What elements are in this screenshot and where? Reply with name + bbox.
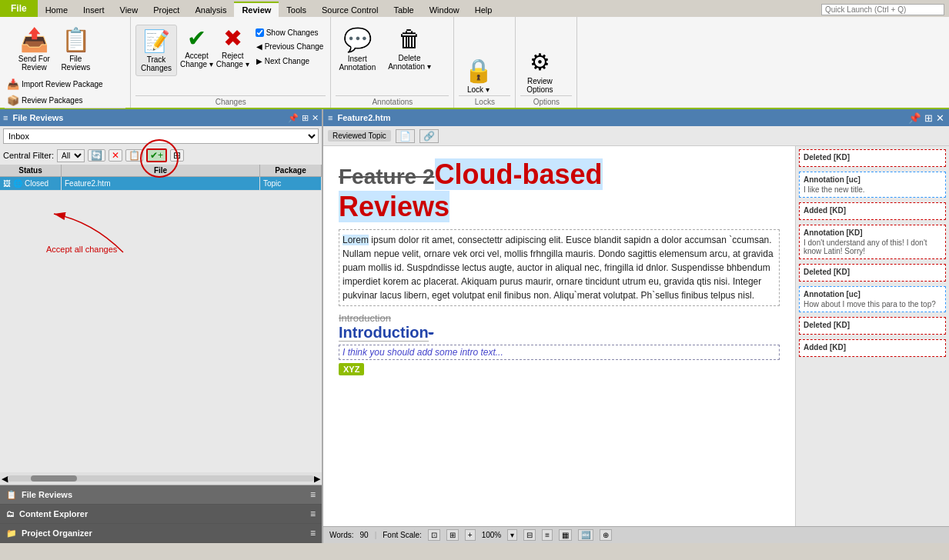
ribbon-group-changes: 📝 TrackChanges ✔ AcceptChange ▾ ✖ Reject… (131, 17, 331, 108)
view-toggle-3[interactable]: ▦ (559, 529, 572, 541)
zoom-level: 100% (482, 531, 502, 539)
margin-box-3-title: Added [KD] (804, 206, 941, 215)
body-text: ipsum dolor rit amet, consectettr adipis… (343, 235, 774, 301)
file-reviews-bottom-label: File Reviews (22, 490, 72, 499)
view-toggle-1[interactable]: ⊟ (523, 529, 536, 541)
zoom-in-button[interactable]: + (465, 529, 476, 541)
file-tab[interactable]: File (0, 0, 38, 17)
lorem-highlight: Lorem (343, 235, 369, 245)
panel-title-icon: ≡ (3, 113, 8, 122)
browser-icon: 🌐 (13, 179, 22, 188)
filter-clear-button[interactable]: ✕ (109, 149, 122, 162)
view-toggle-5[interactable]: ⊕ (600, 529, 612, 541)
track-changes-label: TrackChanges (141, 55, 172, 72)
previous-change-button[interactable]: ◀ Previous Change (254, 41, 326, 52)
status-cell: 🖼 🌐 Closed (0, 177, 62, 190)
review-packages-icon: 📦 (7, 95, 19, 106)
bottom-project-organizer[interactable]: 📁 Project Organizer ≡ (0, 524, 322, 543)
file-reviews-button[interactable]: 📋 FileReviews (56, 25, 95, 73)
doc-title-area: Feature 2Cloud-basedReviews (339, 158, 780, 223)
accept-change-button[interactable]: ✔ AcceptChange ▾ (180, 25, 213, 76)
table-row[interactable]: 🖼 🌐 Closed Feature2.htm Topic (0, 177, 322, 191)
lock-button[interactable]: 🔒 Lock ▾ (459, 55, 497, 95)
tab-tools[interactable]: Tools (279, 3, 314, 17)
view-toggle-4[interactable]: 🔤 (578, 529, 593, 541)
margin-box-2-title: Annotation [uc] (804, 175, 941, 184)
doc-pin-button[interactable]: 📌 (908, 112, 921, 124)
inbox-dropdown[interactable]: Inbox (3, 128, 319, 144)
tab-table[interactable]: Table (386, 3, 421, 17)
doc-margin: Deleted [KD] Annotation [uc] I like the … (795, 146, 949, 526)
tab-review[interactable]: Review (234, 2, 279, 17)
quick-launch-input[interactable] (821, 4, 944, 15)
words-count: 90 (360, 531, 369, 539)
reviewed-topic-tab[interactable]: Reviewed Topic (328, 130, 391, 142)
show-changes-checkbox[interactable]: Show Changes (254, 28, 326, 38)
review-options-button[interactable]: ⚙ ReviewOptions (520, 47, 559, 95)
insert-annotation-button[interactable]: 💬 InsertAnnotation (336, 25, 379, 73)
previous-change-label: Previous Change (265, 42, 324, 51)
panel-float-button[interactable]: ⊞ (302, 113, 309, 123)
panel-close-button[interactable]: ✕ (312, 113, 319, 123)
tab-insert[interactable]: Insert (75, 3, 112, 17)
scrollbar-track[interactable] (8, 475, 314, 482)
filter-accept-button[interactable]: ✔+ (146, 148, 167, 162)
topic-link-icon[interactable]: 🔗 (419, 129, 439, 143)
project-organizer-label: Project Organizer (22, 528, 92, 538)
bottom-file-reviews[interactable]: 📋 File Reviews ≡ (0, 485, 322, 505)
topic-doc-icon[interactable]: 📄 (396, 129, 415, 143)
margin-box-8: Added [KD] (799, 339, 946, 357)
deleted-section-label: Introduction (339, 312, 780, 324)
doc-close-button[interactable]: ✕ (936, 112, 944, 124)
zoom-dropdown-button[interactable]: ▾ (507, 529, 517, 541)
review-options-icon: ⚙ (530, 48, 550, 75)
review-options-label: ReviewOptions (526, 77, 553, 94)
ribbon-group-options: ⚙ ReviewOptions Options (516, 17, 577, 108)
tab-help[interactable]: Help (467, 3, 500, 17)
suggestion-text: I think you should add some intro text..… (339, 345, 780, 360)
review-packages-button[interactable]: 📦 Review Packages (5, 93, 105, 108)
zoom-fit-button[interactable]: ⊡ (428, 529, 440, 541)
tab-window[interactable]: Window (422, 3, 467, 17)
horizontal-scrollbar[interactable]: ◀ ▶ (0, 472, 322, 485)
import-review-package-button[interactable]: 📥 Import Review Package (5, 77, 105, 92)
file-reviews-titlebar: ≡ File Reviews 📌 ⊞ ✕ (0, 109, 322, 126)
lock-label: Lock ▾ (467, 85, 490, 94)
doc-float-button[interactable]: ⊞ (924, 112, 933, 124)
next-change-icon: ▶ (256, 57, 262, 65)
filter-copy-button[interactable]: 📋 (125, 149, 143, 162)
tab-home[interactable]: Home (38, 3, 75, 17)
doc-title-icon: ≡ (328, 113, 332, 122)
file-reviews-label: FileReviews (61, 55, 90, 72)
insert-annotation-label: InsertAnnotation (339, 55, 376, 72)
next-change-button[interactable]: ▶ Next Change (254, 55, 326, 67)
filter-bar: Central Filter: All 🔄 ✕ 📋 ✔+ ⊞ (0, 146, 322, 165)
next-change-label: Next Change (265, 57, 309, 65)
margin-box-1-title: Deleted [KD] (804, 153, 941, 162)
tab-project[interactable]: Project (145, 3, 187, 17)
reject-change-button[interactable]: ✖ RejectChange ▾ (216, 25, 249, 76)
show-changes-label: Show Changes (266, 28, 319, 37)
send-for-review-button[interactable]: 📤 Send ForReview (15, 25, 53, 73)
view-toggle-2[interactable]: ≡ (542, 529, 553, 541)
tab-view[interactable]: View (112, 3, 146, 17)
doc-title: Feature2.htm (337, 113, 908, 122)
tab-source-control[interactable]: Source Control (314, 3, 386, 17)
reject-change-label: RejectChange ▾ (216, 52, 249, 68)
scrollbar-thumb[interactable] (31, 475, 77, 482)
track-changes-button[interactable]: 📝 TrackChanges (135, 25, 177, 76)
filter-extra-button[interactable]: ⊞ (170, 149, 184, 162)
scroll-right-btn[interactable]: ▶ (314, 474, 320, 484)
filter-refresh-button[interactable]: 🔄 (88, 149, 105, 162)
tab-analysis[interactable]: Analysis (187, 3, 234, 17)
doc-editor[interactable]: Feature 2Cloud-basedReviews Lorem ipsum … (323, 146, 795, 526)
bottom-content-explorer[interactable]: 🗂 Content Explorer ≡ (0, 505, 322, 524)
filter-dropdown[interactable]: All (57, 149, 85, 162)
panel-pin-button[interactable]: 📌 (288, 113, 299, 123)
delete-annotation-button[interactable]: 🗑 DeleteAnnotation ▾ (385, 25, 434, 73)
doc-titlebar: ≡ Feature2.htm 📌 ⊞ ✕ (323, 109, 949, 126)
import-review-package-icon: 📥 (7, 78, 19, 90)
deleted-title: Feature 2 (339, 165, 435, 188)
zoom-expand-button[interactable]: ⊞ (446, 529, 459, 541)
scroll-left-btn[interactable]: ◀ (2, 474, 8, 484)
